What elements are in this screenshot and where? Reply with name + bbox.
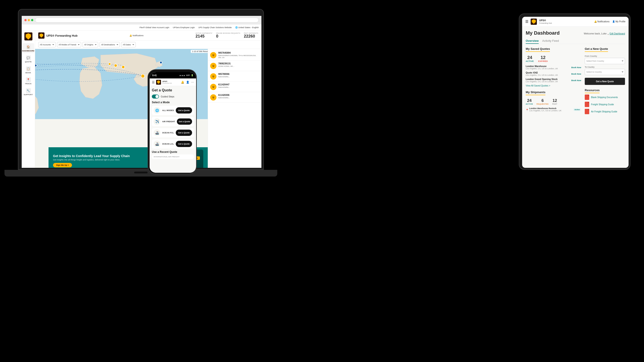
sidebar-support-label: SUPPORT (24, 94, 33, 96)
list-item[interactable]: London Warehouse Los Angeles, CA, US to … (526, 65, 581, 70)
phone-guided-steps-row: Guided Steps (152, 94, 194, 98)
flex-global-link[interactable]: Flex® Global View Account Login (140, 26, 169, 28)
book-now-link-3[interactable]: Book Now (571, 79, 581, 81)
active-quotes-count: 24 (526, 55, 534, 60)
resources-section: Resources Blank Shipping Documents Freig… (585, 88, 625, 114)
air-freight-quote-button[interactable]: Get a Quote (177, 118, 192, 125)
destinations-filter[interactable]: All Destinations (100, 42, 120, 47)
to-country-select[interactable]: Select to Country (585, 69, 625, 75)
list-item[interactable]: London Grand Opening Stock Los Angeles, … (526, 78, 581, 83)
tablet-page-title: My Dashboard (526, 30, 560, 36)
tab-overview[interactable]: Overview (526, 39, 539, 44)
accounts-filter[interactable]: All Accounts (38, 42, 56, 47)
tab-activity-feed[interactable]: Activity Feed (542, 39, 559, 44)
list-item[interactable]: 🌐 ALL MODES Get a Quote (152, 106, 194, 115)
resource-link-1[interactable]: Blank Shipping Documents (591, 96, 618, 98)
table-row[interactable]: U 7808239131 HONG KONG, HK... (208, 60, 262, 71)
phone-menu-icon[interactable]: ☰ (152, 80, 155, 84)
browser-close-button[interactable] (24, 19, 26, 21)
quote-item-row-1: London Warehouse Los Angeles, CA, US to … (526, 65, 581, 70)
recent-quote-item[interactable]: INTERNATIONAL AIR FREIGHT (152, 154, 194, 159)
tablet-app-sub: Forwarding Hub (539, 22, 552, 24)
upsers-login-link[interactable]: UPSers Employee Login (173, 26, 195, 28)
shipment-id-3: 905780066 (218, 73, 259, 75)
list-item[interactable]: 🚢 OCEAN FCL Get a Quote (152, 128, 194, 137)
origins-filter[interactable]: All Origins (82, 42, 98, 47)
phone-body: 9:41 ▲▲▲ WiFi 🔋 ☰ UPS® Forwarding Hub (148, 69, 197, 174)
get-new-quote-button[interactable]: Get a New Quote (585, 78, 625, 85)
tablet-notifications-button[interactable]: 🔔 Notifications (594, 20, 610, 23)
browser-minimize-button[interactable] (28, 19, 30, 21)
tablet-device: ☰ UPS® Forwarding Hub 🔔 Notifications 👤 … (519, 13, 630, 170)
newsletter-signup-button[interactable]: Sign Me Up > (53, 163, 72, 167)
resource-link-3[interactable]: Air Freight Shipping Guide (591, 110, 617, 113)
header-stats: ACTIVE SHIPMENTS* 2145 ONLINE BOOKING RE… (196, 32, 258, 39)
table-row[interactable]: U 9057645894 NAKHONRATCHASIMA, TH to MIS… (208, 50, 262, 60)
quote-item-1-route: Los Angeles, CA, US to London, UK (526, 67, 558, 70)
resource-link-2[interactable]: Freight Shipping Guide (591, 103, 614, 106)
browser-dots (24, 19, 33, 21)
browser-maximize-button[interactable] (31, 19, 33, 21)
tablet-menu-icon[interactable]: ☰ (525, 19, 528, 24)
quotes-stats: 24 ACTIVE 12 EXPIRED (526, 55, 581, 62)
laptop-notch (134, 172, 148, 173)
shipments-title: My Shipments (526, 90, 546, 95)
table-row[interactable]: U 611420447 NAKHONRA... (208, 81, 262, 92)
toggle-knob (156, 95, 158, 98)
phone-ups-logo[interactable] (156, 80, 161, 85)
ups-shield-icon (26, 33, 31, 39)
shipment-1-name: London Warehouse Restock (529, 107, 562, 109)
quote-item-2-info: Quote #342 Los Angeles, CA, US to London… (526, 71, 558, 76)
guided-steps-toggle[interactable] (152, 94, 159, 98)
sidebar-item-book[interactable]: 📋 BOOK (22, 65, 34, 75)
phone-app-sub: Forwarding Hub (162, 82, 172, 84)
supply-chain-link[interactable]: UPS Supply Chain Solutions Website (198, 26, 232, 28)
tablet-header-row: My Dashboard Welcome back, Luke , Edit D… (526, 30, 625, 36)
list-item[interactable]: 🚢 OCEAN LCL Get a Quote (152, 139, 194, 149)
past-shipments-label: PAST SHIPMENTS (244, 32, 258, 34)
phone-device: 9:41 ▲▲▲ WiFi 🔋 ☰ UPS® Forwarding Hub (148, 69, 197, 174)
shipment-id-5: 611420306 (218, 94, 259, 96)
tablet-profile-button[interactable]: 👤 My Profile (612, 20, 626, 23)
sidebar-dashboard-label: DASHBOARD (22, 50, 34, 52)
notification-link[interactable]: 🔔 Notifications (130, 34, 144, 37)
ups-logo[interactable] (24, 32, 32, 40)
past-shipments-tablet-stat: 12 PAST (552, 98, 558, 105)
from-country-select[interactable]: Select from Country (585, 58, 625, 64)
sidebar-item-dashboard[interactable]: 🏠 DASHBOARD (22, 43, 34, 53)
book-now-link-2[interactable]: Book Now (571, 73, 581, 75)
list-item[interactable]: Blank Shipping Documents (585, 94, 625, 100)
region-selector[interactable]: 🌐 United States - English (235, 26, 259, 28)
tablet-ups-logo[interactable] (531, 18, 537, 25)
all-modes-quote-button[interactable]: Get a Quote (176, 107, 192, 113)
shipment-route-4: NAKHONRA... (218, 86, 259, 88)
ocean-lcl-quote-button[interactable]: Get a Quote (176, 141, 192, 147)
list-item[interactable]: Air Freight Shipping Guide (585, 109, 625, 114)
phone-notification-icon[interactable]: 🔔 (181, 81, 184, 84)
shipment-entry-1[interactable]: London Warehouse Restock Los Angeles, CA… (529, 107, 581, 112)
tablet-content: My Dashboard Welcome back, Luke , Edit D… (522, 26, 628, 168)
sidebar-item-track[interactable]: 📍 TRACK (22, 76, 34, 86)
tablet-edit-dashboard-link[interactable]: Edit Dashboard (610, 32, 625, 35)
sidebar-item-support[interactable]: 🔧 SUPPORT (22, 87, 34, 97)
book-now-link-1[interactable]: Book Now (571, 66, 581, 69)
online-booking-label: ONLINE BOOKING REQUESTS (216, 32, 240, 34)
table-row[interactable]: U 611420306 NAKHONRA... (208, 92, 262, 103)
modes-filter[interactable]: All Modes of Transit (57, 42, 81, 47)
phone-profile-icon[interactable]: 👤 (186, 81, 190, 84)
shipment-route-3: NAKHONRA... (218, 76, 259, 78)
sidebar-item-quote[interactable]: 💬 QUOTE (22, 54, 34, 64)
table-row[interactable]: U 905780066 NAKHONRA... (208, 71, 262, 81)
list-item[interactable]: ✈️ AIR FREIGHT Get a Quote (152, 117, 194, 126)
ocean-fcl-quote-button[interactable]: Get a Quote (176, 130, 192, 136)
list-item[interactable]: Quote #342 Los Angeles, CA, US to London… (526, 71, 581, 76)
dates-filter[interactable]: All Dates (121, 42, 136, 47)
phone-more-icon[interactable]: ⋯ (191, 81, 194, 84)
browser-address-bar[interactable] (35, 18, 259, 22)
list-item[interactable]: Freight Shipping Guide (585, 102, 625, 107)
laptop-body: Flex® Global View Account Login UPSers E… (18, 9, 264, 170)
expired-quotes-count: 12 (538, 55, 548, 60)
phone-content: Get a Quote Guided Steps Select a Mode 🌐… (150, 86, 196, 173)
phone-app-name: UPS® (162, 80, 172, 82)
view-all-quotes-link[interactable]: View All Saved Quotes > (526, 84, 581, 87)
